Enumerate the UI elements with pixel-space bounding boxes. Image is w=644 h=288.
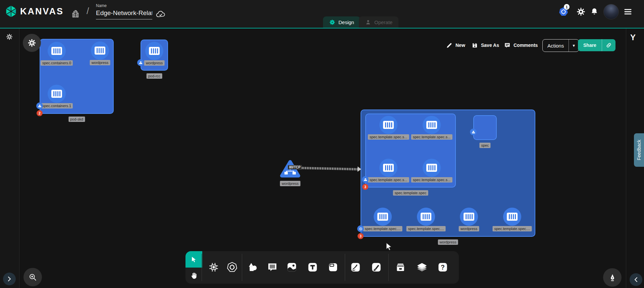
container-icon bbox=[426, 163, 437, 172]
pen-tool-button[interactable] bbox=[348, 260, 363, 275]
group-label: pod-rcc bbox=[147, 73, 162, 79]
pod-badge[interactable] bbox=[137, 59, 144, 66]
drawer-tool-button[interactable] bbox=[393, 260, 408, 275]
container-icon bbox=[94, 46, 106, 55]
breadcrumb-separator: / bbox=[87, 6, 89, 16]
pen-nib-button[interactable] bbox=[603, 268, 622, 287]
kubernetes-tool-button[interactable] bbox=[224, 260, 240, 275]
edge-label: 80/TCP bbox=[288, 165, 302, 169]
dock-spiral-button[interactable] bbox=[5, 33, 13, 42]
container-icon bbox=[51, 89, 62, 98]
actions-caret-icon[interactable]: ▼ bbox=[569, 44, 579, 48]
pencil-tool-button[interactable] bbox=[369, 260, 384, 275]
hand-tool-icon bbox=[190, 271, 198, 280]
service-node-wordpress-service[interactable] bbox=[279, 159, 301, 180]
actions-label: Actions bbox=[543, 43, 569, 49]
group-label: spec bbox=[479, 143, 490, 148]
zoom-lens-button[interactable] bbox=[23, 268, 42, 286]
help-tool-button[interactable]: ? bbox=[435, 260, 450, 275]
chevron-right-icon bbox=[7, 277, 12, 281]
drawer-icon bbox=[395, 262, 406, 273]
design-name-input[interactable] bbox=[96, 9, 152, 19]
hand-tool-button[interactable] bbox=[186, 269, 201, 282]
container-label: wordpress bbox=[459, 226, 479, 231]
canvas-asterisk-button[interactable] bbox=[23, 34, 41, 52]
text-tool-button[interactable] bbox=[305, 260, 320, 275]
operate-tab-icon bbox=[365, 19, 371, 25]
container-node[interactable] bbox=[48, 42, 66, 60]
kubernetes-wheel-icon bbox=[226, 262, 238, 273]
mesh-component-tool-button[interactable] bbox=[206, 260, 221, 275]
replica-badge[interactable] bbox=[357, 225, 364, 232]
container-node[interactable] bbox=[91, 42, 109, 60]
kanvas-logo-icon bbox=[5, 4, 17, 18]
container-node[interactable] bbox=[417, 208, 435, 226]
replica-badge-icon bbox=[359, 227, 363, 231]
pod-badge[interactable] bbox=[36, 102, 43, 109]
container-icon bbox=[377, 212, 388, 221]
container-node[interactable] bbox=[379, 159, 397, 177]
actions-split-button[interactable]: Actions ▼ bbox=[542, 39, 579, 52]
comment-tool-button[interactable] bbox=[265, 260, 280, 275]
container-icon bbox=[426, 121, 437, 129]
service-label: wordpress bbox=[280, 181, 301, 186]
save-as-button[interactable]: Save As bbox=[472, 39, 499, 51]
svg-text:?: ? bbox=[441, 264, 445, 271]
container-node[interactable] bbox=[379, 116, 397, 134]
bell-icon bbox=[590, 7, 599, 16]
shapes-icon bbox=[247, 262, 258, 273]
pod-badge[interactable] bbox=[362, 176, 369, 183]
organization-icon[interactable] bbox=[71, 7, 80, 21]
expand-left-panel-button[interactable] bbox=[3, 273, 16, 285]
container-node[interactable] bbox=[503, 208, 521, 226]
tab-operate[interactable]: Operate bbox=[359, 16, 398, 28]
group-spec-template-spec[interactable] bbox=[365, 114, 456, 188]
count-badge[interactable]: 3 bbox=[358, 233, 364, 239]
count-badge[interactable]: 3 bbox=[362, 184, 368, 190]
shapes-tool-button[interactable] bbox=[245, 260, 260, 275]
container-node[interactable] bbox=[145, 42, 163, 60]
comment-icon bbox=[267, 262, 278, 273]
tab-design[interactable]: Design bbox=[323, 16, 360, 28]
container-label: wordpress bbox=[144, 60, 165, 66]
kubernetes-context-button[interactable]: 1 bbox=[558, 6, 569, 17]
count-badge[interactable]: 2 bbox=[37, 110, 43, 116]
container-node[interactable] bbox=[374, 208, 392, 226]
container-node[interactable] bbox=[48, 85, 66, 103]
container-icon bbox=[506, 212, 518, 221]
collapse-right-panel-button[interactable] bbox=[630, 273, 642, 286]
pod-badge[interactable] bbox=[470, 129, 477, 135]
sticky-note-tool-button[interactable] bbox=[325, 260, 341, 275]
comments-button[interactable]: Comments bbox=[504, 39, 538, 51]
yaml-panel-icon[interactable]: Y bbox=[630, 33, 636, 42]
pod-badge-icon bbox=[364, 178, 367, 182]
user-avatar[interactable] bbox=[603, 4, 619, 19]
sticky-note-icon bbox=[328, 262, 338, 273]
comments-label: Comments bbox=[514, 43, 538, 48]
copy-link-icon[interactable] bbox=[602, 42, 615, 48]
pod-badge-icon bbox=[38, 104, 42, 108]
pod-badge-icon bbox=[139, 61, 143, 65]
cursor-tool-button[interactable] bbox=[185, 251, 202, 268]
layers-tool-button[interactable] bbox=[414, 260, 430, 275]
notifications-button[interactable] bbox=[589, 6, 600, 17]
container-icon bbox=[420, 212, 432, 221]
container-node[interactable] bbox=[460, 208, 478, 226]
gear-icon bbox=[576, 7, 586, 16]
new-button[interactable]: New bbox=[446, 39, 465, 51]
image-tool-button[interactable] bbox=[284, 260, 300, 275]
settings-button[interactable] bbox=[575, 6, 587, 17]
share-split-button[interactable]: Share bbox=[578, 39, 615, 51]
service-edge[interactable] bbox=[300, 167, 358, 170]
right-rail-divider bbox=[626, 28, 626, 288]
brand[interactable]: KANVAS bbox=[5, 4, 64, 18]
share-label: Share bbox=[578, 43, 602, 48]
image-icon bbox=[286, 262, 297, 273]
container-icon bbox=[51, 47, 62, 55]
group-spec[interactable] bbox=[473, 115, 497, 140]
container-node[interactable] bbox=[423, 116, 441, 134]
container-node[interactable] bbox=[423, 159, 441, 177]
menu-button[interactable] bbox=[622, 6, 634, 17]
container-label: spec.template.spec.... bbox=[407, 226, 446, 231]
feedback-tab[interactable]: Feedback bbox=[634, 133, 644, 167]
